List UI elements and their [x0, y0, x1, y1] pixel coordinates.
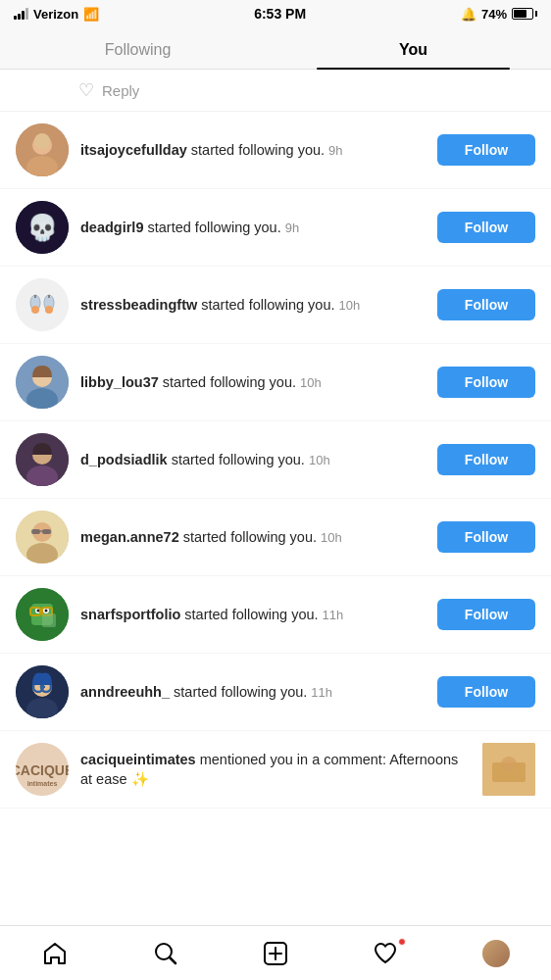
notification-text: deadgirl9 started following you. 9h — [80, 218, 426, 237]
avatar[interactable]: 💀 — [16, 201, 69, 254]
follow-button[interactable]: Follow — [437, 521, 535, 553]
add-icon — [263, 941, 288, 966]
signal-icon — [14, 8, 28, 20]
follow-button[interactable]: Follow — [437, 134, 535, 166]
notification-dot — [398, 938, 406, 946]
wifi-icon: 📶 — [83, 7, 99, 22]
avatar[interactable] — [16, 356, 69, 409]
profile-avatar[interactable] — [482, 940, 510, 967]
nav-tabs: Following You — [0, 27, 551, 70]
tab-following[interactable]: Following — [0, 27, 276, 69]
status-left: Verizon 📶 — [14, 7, 99, 22]
carrier-label: Verizon — [33, 7, 78, 22]
follow-button[interactable]: Follow — [437, 212, 535, 243]
heart-icon[interactable]: ♡ — [78, 79, 94, 101]
reply-label[interactable]: Reply — [102, 82, 139, 99]
home-icon — [42, 941, 68, 966]
follow-button[interactable]: Follow — [437, 676, 535, 708]
follow-button[interactable]: Follow — [437, 599, 535, 630]
avatar[interactable] — [16, 588, 69, 641]
svg-text:intimates: intimates — [27, 780, 58, 787]
svg-point-8 — [31, 306, 39, 314]
follow-button[interactable]: Follow — [437, 444, 535, 475]
notification-text: libby_lou37 started following you. 10h — [80, 372, 426, 392]
profile-nav-item[interactable] — [472, 934, 521, 973]
list-item: itsajoycefullday started following you. … — [0, 112, 551, 189]
notification-text: d_podsiadlik started following you. 10h — [80, 450, 426, 469]
notification-feed: ♡ Reply itsajoycefullday started followi… — [0, 70, 551, 867]
svg-text:💀: 💀 — [26, 212, 59, 243]
svg-rect-34 — [42, 613, 56, 627]
svg-rect-23 — [42, 529, 51, 534]
svg-text:CACIQUE: CACIQUE — [16, 762, 69, 778]
list-item: megan.anne72 started following you. 10h … — [0, 499, 551, 576]
notification-text: itsajoycefullday started following you. … — [80, 140, 426, 160]
bottom-nav — [0, 925, 551, 980]
battery-label: 74% — [481, 7, 507, 22]
avatar[interactable] — [16, 278, 69, 331]
svg-point-3 — [34, 133, 50, 149]
svg-point-10 — [45, 306, 53, 314]
avatar[interactable]: CACIQUE intimates — [16, 743, 69, 796]
notification-text: anndreeuhh_ started following you. 11h — [80, 682, 426, 702]
avatar[interactable] — [16, 511, 69, 564]
time-label: 6:53 PM — [254, 6, 306, 22]
list-item: CACIQUE intimates caciqueintimates menti… — [0, 731, 551, 808]
heart-icon — [373, 941, 398, 966]
alarm-icon: 🔔 — [461, 7, 476, 22]
list-item: anndreeuhh_ started following you. 11h F… — [0, 654, 551, 731]
status-right: 🔔 74% — [461, 7, 537, 22]
status-bar: Verizon 📶 6:53 PM 🔔 74% — [0, 0, 551, 27]
svg-rect-22 — [31, 529, 40, 534]
notification-text: stressbeadingftw started following you. … — [80, 295, 426, 315]
svg-point-30 — [45, 610, 48, 612]
avatar[interactable] — [16, 665, 69, 718]
list-item: libby_lou37 started following you. 10h F… — [0, 344, 551, 421]
search-icon — [153, 941, 178, 966]
search-nav-item[interactable] — [141, 934, 190, 973]
heart-nav-item[interactable] — [361, 934, 410, 973]
list-item: snarfsportfolio started following you. 1… — [0, 576, 551, 654]
list-item: d_podsiadlik started following you. 10h … — [0, 421, 551, 499]
follow-button[interactable]: Follow — [437, 367, 535, 398]
avatar[interactable] — [16, 123, 69, 176]
reply-row: ♡ Reply — [0, 70, 551, 112]
notification-text: snarfsportfolio started following you. 1… — [80, 605, 426, 624]
avatar[interactable] — [16, 433, 69, 486]
notification-text: caciqueintimates mentioned you in a comm… — [80, 750, 471, 790]
battery-icon — [512, 8, 537, 20]
svg-point-46 — [501, 757, 517, 772]
svg-point-6 — [16, 278, 69, 331]
notification-text: megan.anne72 started following you. 10h — [80, 527, 426, 547]
list-item: 💀 deadgirl9 started following you. 9h Fo… — [0, 189, 551, 267]
add-nav-item[interactable] — [251, 934, 300, 973]
list-item: stressbeadingftw started following you. … — [0, 267, 551, 344]
home-nav-item[interactable] — [30, 934, 79, 973]
tab-you[interactable]: You — [276, 27, 551, 69]
post-thumbnail[interactable] — [482, 743, 535, 796]
svg-line-48 — [170, 957, 175, 963]
follow-button[interactable]: Follow — [437, 289, 535, 320]
